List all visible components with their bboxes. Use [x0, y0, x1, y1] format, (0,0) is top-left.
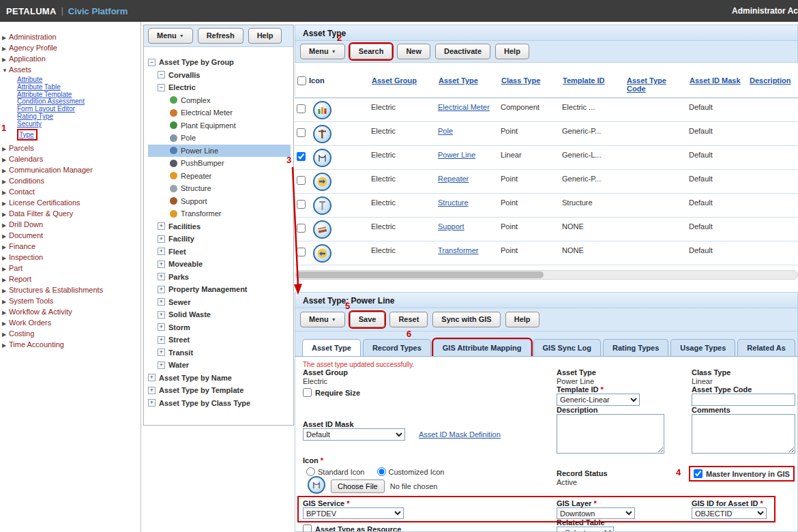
column-header-template-id[interactable]: Template ID [563, 76, 605, 85]
account-menu[interactable]: Administrator Ac [732, 6, 798, 16]
choose-file-button[interactable]: Choose File [331, 479, 385, 493]
sidebar-item-work-orders[interactable]: ▶Work Orders [2, 317, 141, 328]
sidebar-item-license-certifications[interactable]: ▶License Certifications [2, 197, 141, 208]
asset-type-link[interactable]: Electrical Meter [438, 103, 490, 111]
deactivate-button[interactable]: Deactivate [435, 44, 490, 59]
comments-textarea[interactable] [692, 414, 795, 454]
tree-group-transit[interactable]: +Transit [148, 346, 291, 359]
asset-id-mask-definition-link[interactable]: Asset ID Mask Definition [419, 430, 501, 439]
expand-icon[interactable]: + [158, 261, 165, 268]
column-header-description[interactable]: Description [750, 76, 791, 85]
sidebar-item-data-filter-query[interactable]: ▶Data Filter & Query [2, 208, 141, 219]
table-row[interactable]: Electric Electrical Meter Component Elec… [295, 98, 798, 122]
row-checkbox[interactable] [297, 200, 306, 209]
horizontal-scrollbar[interactable] [295, 270, 798, 280]
detail-menu-button[interactable]: Menu▼ [300, 312, 345, 327]
tree-group-water[interactable]: +Water [148, 359, 291, 372]
tree-root-asset-type-by-name[interactable]: +Asset Type by Name [148, 372, 291, 385]
detail-help-button[interactable]: Help [505, 312, 540, 327]
tree-root-asset-type-by-template[interactable]: +Asset Type by Template [148, 384, 291, 397]
sidebar-item-workflow-activity[interactable]: ▶Workflow & Activity [2, 306, 141, 317]
tree-root-asset-type-by-group[interactable]: −Asset Type by Group [148, 56, 291, 69]
sidebar-link-type[interactable]: Type [19, 131, 34, 138]
require-size-checkbox[interactable] [303, 388, 312, 397]
asset-id-mask-select[interactable]: Default [303, 428, 405, 441]
sidebar-item-drill-down[interactable]: ▶Drill Down [2, 219, 141, 230]
sidebar-item-part[interactable]: ▶Part [2, 263, 141, 274]
tab-asset-type[interactable]: Asset Type [302, 339, 361, 357]
expand-icon[interactable]: + [158, 222, 165, 230]
expand-icon[interactable]: + [158, 298, 165, 306]
expand-icon[interactable]: + [158, 235, 165, 243]
tree-group-facilities[interactable]: +Facilities [148, 220, 291, 233]
column-header-asset-id-mask[interactable]: Asset ID Mask [690, 76, 741, 85]
sync-with-gis-button[interactable]: Sync with GIS [432, 312, 500, 327]
tree-group-fleet[interactable]: +Fleet [148, 246, 291, 258]
tree-item-transformer[interactable]: Transformer [148, 207, 291, 220]
save-button[interactable]: Save [350, 312, 385, 327]
expand-icon[interactable]: + [158, 248, 165, 255]
tab-rating-types[interactable]: Rating Types [603, 339, 668, 356]
sidebar-item-parcels[interactable]: ▶Parcels [2, 143, 141, 153]
column-header-asset-type-code[interactable]: Asset Type Code [627, 76, 666, 93]
tree-group-property-management[interactable]: +Property Management [148, 283, 291, 296]
tab-gis-sync-log[interactable]: GIS Sync Log [533, 339, 602, 356]
related-table-select[interactable]: --Select-- [557, 527, 614, 532]
tree-item-electrical-meter[interactable]: Electrical Meter [148, 106, 291, 119]
sidebar-item-application[interactable]: ▶Application [2, 53, 141, 64]
tab-record-types[interactable]: Record Types [363, 339, 431, 356]
table-row[interactable]: Electric Structure Point Structure Defau… [295, 194, 798, 218]
collapse-icon[interactable]: − [158, 84, 165, 91]
tree-item-plant-equipment[interactable]: Plant Equipment [148, 119, 291, 132]
row-checkbox[interactable] [297, 152, 306, 161]
table-row[interactable]: Electric Pole Point Generic-P... Default [295, 122, 798, 146]
sidebar-item-structures-establishments[interactable]: ▶Structures & Establishments [2, 284, 141, 295]
asset-type-link[interactable]: Transformer [438, 246, 479, 254]
tree-group-solid-waste[interactable]: +Solid Waste [148, 308, 291, 321]
asset-type-link[interactable]: Repeater [438, 175, 469, 183]
tree-item-complex[interactable]: Complex [148, 94, 291, 107]
customized-icon-radio[interactable] [377, 467, 386, 476]
gis-service-select[interactable]: BPTDEV [303, 507, 404, 519]
row-checkbox[interactable] [297, 224, 306, 233]
expand-icon[interactable]: + [158, 286, 165, 293]
select-all-checkbox[interactable] [297, 76, 306, 85]
gis-layer-select[interactable]: Downtown [557, 507, 635, 519]
tree-menu-button[interactable]: Menu▼ [148, 28, 193, 43]
refresh-button[interactable]: Refresh [198, 28, 243, 43]
sidebar-item-communication-manager[interactable]: ▶Communication Manager [2, 164, 141, 175]
expand-icon[interactable]: + [158, 349, 165, 356]
asset-type-link[interactable]: Structure [438, 198, 469, 207]
list-menu-button[interactable]: Menu▼ [300, 44, 345, 59]
sidebar-item-conditions[interactable]: ▶Conditions [2, 175, 141, 186]
row-checkbox[interactable] [297, 128, 306, 137]
tree-group-sewer[interactable]: +Sewer [148, 296, 291, 309]
column-header-asset-type[interactable]: Asset Type [439, 76, 478, 85]
collapse-icon[interactable]: − [158, 71, 165, 78]
expand-icon[interactable]: + [148, 387, 156, 394]
tree-help-button[interactable]: Help [248, 28, 282, 43]
column-header-class-type[interactable]: Class Type [501, 76, 540, 85]
sidebar-link-security[interactable]: Security [17, 121, 42, 128]
tab-usage-types[interactable]: Usage Types [670, 339, 735, 356]
tree-group-parks[interactable]: +Parks [148, 271, 291, 284]
table-row[interactable]: Electric Transformer Point NONE Default [295, 241, 798, 265]
collapse-icon[interactable]: − [148, 59, 156, 66]
tree-group-moveable[interactable]: +Moveable [148, 258, 291, 271]
sidebar-item-calendars[interactable]: ▶Calendars [2, 153, 141, 164]
standard-icon-radio[interactable] [306, 467, 315, 476]
row-checkbox[interactable] [297, 176, 306, 185]
tree-group-facility[interactable]: +Facility [148, 233, 291, 246]
list-help-button[interactable]: Help [495, 44, 529, 59]
asset-type-link[interactable]: Pole [438, 127, 453, 135]
tree-group-corvallis[interactable]: −Corvallis [148, 69, 291, 82]
column-header-asset-group[interactable]: Asset Group [372, 76, 417, 85]
expand-icon[interactable]: + [158, 323, 165, 331]
sidebar-item-document[interactable]: ▶Document [2, 230, 141, 241]
new-button[interactable]: New [397, 44, 430, 59]
master-inventory-in-gis-checkbox[interactable] [694, 469, 703, 478]
tree-item-support[interactable]: Support [148, 195, 291, 208]
tree-group-electric[interactable]: −Electric [148, 81, 291, 94]
sidebar-item-inspection[interactable]: ▶Inspection [2, 252, 141, 263]
sidebar-item-system-tools[interactable]: ▶System Tools [2, 295, 141, 306]
